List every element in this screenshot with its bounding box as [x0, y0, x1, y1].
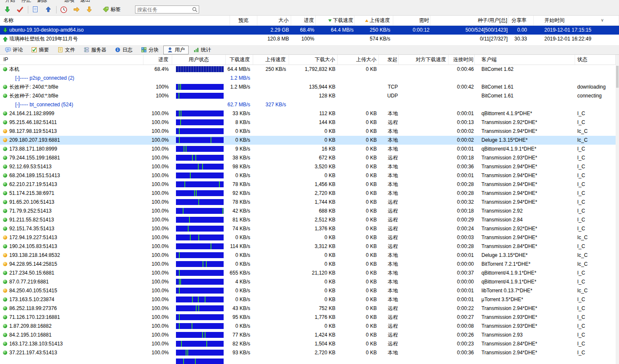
peer-origin: TCP [379, 83, 399, 92]
peer-progress: 100.0% [143, 224, 172, 233]
peer-row[interactable]: 92.12.69.53:51413100.0%98 KB/s3,520 KB0 … [0, 162, 616, 171]
peer-group-row[interactable]: [-]----- bt_connected (524)62.7 MB/s327 … [0, 100, 616, 109]
peer-col-header-1[interactable]: 进度 [143, 55, 172, 65]
peer-row[interactable]: 163.172.138.103:51413100.0%82 KB/s1,504 … [0, 340, 616, 348]
peer-ip-label: 91.211.55.82:51413 [9, 217, 54, 223]
tab-log[interactable]: 日志 [111, 46, 136, 54]
tab-comments[interactable]: 评论 [1, 46, 27, 54]
task-col-label: 下载速度 [333, 17, 353, 23]
peer-col-header-11[interactable]: 状态 [575, 55, 616, 65]
task-col-header-8[interactable]: 分享率 [508, 16, 534, 25]
menu-item-5[interactable]: 退出 [80, 0, 90, 4]
peer-down-size: 112 KB [289, 109, 338, 118]
peer-list: 本机68.4%64.4 MB/s250 KB/s1,792,832 KB0 KB… [0, 65, 619, 364]
tab-peers[interactable]: 用户 [163, 46, 189, 54]
column-chooser-icon[interactable]: ∨ [601, 16, 604, 25]
menu-item-4[interactable]: 选项 [64, 0, 74, 4]
peer-row[interactable]: 98.127.98.119:51413100.0%0 KB/s0 KB0 KB本… [0, 127, 616, 136]
task-col-header-1[interactable]: 预览 [230, 16, 257, 25]
task-row[interactable]: 琉璃神社壁纸包 2019年11月号120.8 MB100%574 KB/s0/1… [0, 35, 619, 43]
peer-row[interactable]: 长效种子: 240d:*:bf8e100%1.2 MB/s135,944 KBT… [0, 83, 616, 92]
peer-group-row[interactable]: [-]----- p2sp_connected (2)1.2 MB/s [0, 74, 616, 83]
peer-col-header-3[interactable]: 下载速度 [226, 55, 253, 65]
tab-pieces[interactable]: 分块 [137, 46, 162, 54]
peer-row[interactable]: 51.174.215.38:6971100.0%92 KB/s2,720 KB0… [0, 189, 616, 198]
peers-icon [167, 47, 173, 53]
peer-row[interactable]: 217.234.50.15:6881100.0%655 KB/s21,120 K… [0, 269, 616, 278]
peer-row[interactable]: 24.164.21.182:8999100.0%33 KB/s112 KB0 K… [0, 109, 616, 118]
peer-row[interactable]: 94.228.95.144:25815100.0%0 KB/s0 KB0 KB本… [0, 260, 616, 269]
peer-col-header-9[interactable]: 连接时间 [449, 55, 475, 65]
search-icon[interactable] [192, 7, 199, 12]
peer-row[interactable]: 71.79.9.252:51413100.0%42 KB/s688 KB0 KB… [0, 207, 616, 216]
peer-row[interactable]: 95.215.46.182:51411100.0%8 KB/s144 KB0 K… [0, 118, 616, 127]
search-box[interactable] [135, 5, 199, 13]
tab-stats[interactable]: 统计 [189, 46, 215, 54]
peer-row[interactable]: 86.252.118.99:27376100.0%43 KB/s752 KB0 … [0, 304, 616, 313]
tab-files[interactable]: 文件 [54, 46, 79, 54]
peer-row[interactable]: 193.138.218.164:8532100.0%0 KB/s0 KB0 KB… [0, 251, 616, 260]
menu-item-2[interactable]: 停止 [21, 0, 31, 4]
upload-arrow-icon[interactable] [43, 5, 53, 15]
peer-row[interactable]: 37.221.197.43:51413100.0%93 KB/s2,720 KB… [0, 348, 616, 357]
red-check-icon[interactable] [15, 5, 25, 15]
menu-item-3[interactable]: 删除 [37, 0, 47, 4]
menu-item-1[interactable]: 开始 [5, 0, 15, 4]
peer-col-header-8[interactable]: 对方下载速度 [399, 55, 449, 65]
tab-summary[interactable]: 摘要 [27, 46, 53, 54]
task-col-header-0[interactable]: 名称 [0, 16, 230, 25]
yellow-right-arrow-icon[interactable] [71, 5, 81, 15]
tab-trackers[interactable]: 服务器 [80, 46, 110, 54]
peer-row[interactable]: 173.88.171.180:8999100.0%9 KB/s16 KB0 KB… [0, 145, 616, 154]
peer-row[interactable]: 长效种子: 240d:*:bf8e100%128 KBUDPBitComet 1… [0, 92, 616, 100]
task-col-header-4[interactable]: 下载速度 [316, 16, 354, 25]
peer-scrollbar[interactable] [616, 55, 619, 364]
peer-row[interactable]: 71.126.170.123:16881100.0%95 KB/s1,776 K… [0, 313, 616, 322]
piece-stripe [206, 261, 207, 267]
peer-row[interactable]: 84.250.40.105:51415100.0%0 KB/s0 KB0 KB本… [0, 286, 616, 295]
peer-progress [143, 357, 172, 364]
task-progress: 100% [291, 35, 316, 43]
peer-col-header-2[interactable]: 用户状态 [172, 55, 226, 65]
search-input[interactable] [135, 7, 192, 13]
peer-row[interactable]: 84.2.195.10:16881100.0%77 KB/s1,424 KB0 … [0, 331, 616, 340]
peer-row[interactable]: 87.0.77.219:6881100.0%4 KB/s0 KB0 KB本地0:… [0, 278, 616, 286]
peer-row[interactable]: 209.180.207.193:6881100.0%0 KB/s0 KB0 KB… [0, 136, 616, 145]
task-col-header-6[interactable]: 需时 [393, 16, 430, 25]
peer-row[interactable]: 79.244.155.199:16881100.0%38 KB/s672 KB0… [0, 154, 616, 162]
peer-col-header-0[interactable]: IP [0, 55, 143, 65]
peer-col-header-10[interactable]: 客户端 [475, 55, 575, 65]
peer-row[interactable] [0, 357, 616, 364]
yellow-down-arrow-icon[interactable] [84, 5, 94, 15]
peer-row[interactable]: 92.151.74.35:51413100.0%74 KB/s1,376 KB0… [0, 224, 616, 233]
peer-ip: 37.221.197.43:51413 [0, 348, 143, 357]
peer-col-header-7[interactable]: 发起 [379, 55, 399, 65]
peer-connect-time: 0:00:22 [449, 304, 475, 313]
task-col-header-2[interactable]: 大小 [257, 16, 291, 25]
task-col-header-3[interactable]: 进度 [291, 16, 316, 25]
label-button[interactable]: 标签 [99, 5, 124, 14]
peer-row[interactable]: 190.24.105.83:51413100.0%114 KB/s3,312 K… [0, 242, 616, 251]
peer-remote-speed [399, 322, 449, 331]
task-col-header-7[interactable]: 种子/用户[总] [430, 16, 508, 25]
peer-row[interactable]: 173.163.5.10:23874100.0%0 KB/s0 KB0 KB本地… [0, 295, 616, 304]
peer-row[interactable]: 本机68.4%64.4 MB/s250 KB/s1,792,832 KB0 KB… [0, 65, 616, 74]
peer-col-header-4[interactable]: 上传速度 [253, 55, 289, 65]
peer-ok-icon [3, 191, 7, 195]
peer-row[interactable]: 91.65.20.106:51413100.0%78 KB/s1,744 KB0… [0, 198, 616, 207]
start-download-icon[interactable] [2, 5, 12, 15]
task-col-header-9[interactable]: 开始时间 [534, 16, 619, 25]
peer-row[interactable]: 62.210.217.19:51413100.0%78 KB/s1,456 KB… [0, 180, 616, 189]
peer-scrollbar-thumb[interactable] [616, 66, 619, 88]
peer-row[interactable]: 172.94.19.227:51413100.0%0 KB/s0 KB0 KB远… [0, 233, 616, 242]
task-col-header-5[interactable]: 上传速度 [354, 16, 393, 25]
new-task-document-icon[interactable] [30, 5, 41, 15]
scheduler-clock-icon[interactable] [59, 5, 69, 15]
peer-col-header-5[interactable]: 下载大小 [289, 55, 338, 65]
peer-col-header-6[interactable]: 上传大小 [338, 55, 379, 65]
task-row[interactable]: ubuntu-19.10-desktop-amd64.iso2.29 GB68.… [0, 26, 619, 35]
peer-row[interactable]: 1.87.209.88:16882100.0%0 KB/s0 KB0 KB远程0… [0, 322, 616, 331]
peer-ok-icon [3, 164, 7, 169]
peer-row[interactable]: 91.211.55.82:51413100.0%81 KB/s2,512 KB0… [0, 216, 616, 224]
peer-row[interactable]: 68.204.189.151:51413100.0%0 KB/s0 KB0 KB… [0, 171, 616, 180]
